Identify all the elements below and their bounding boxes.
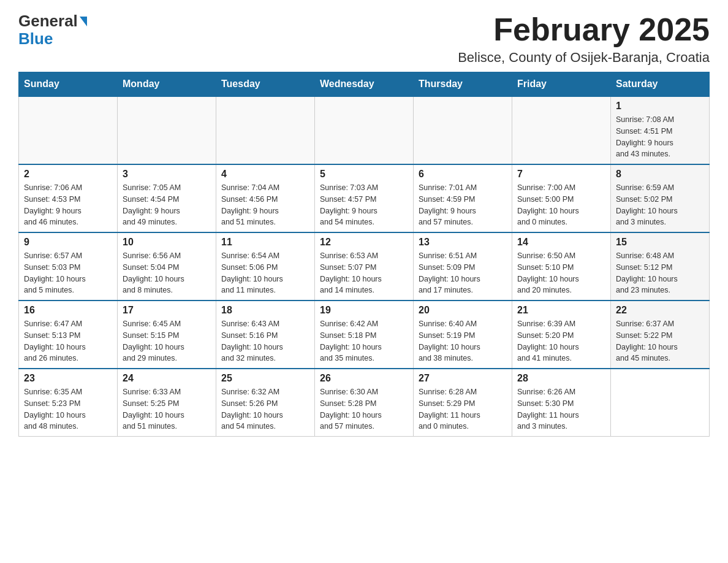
day-info: Sunrise: 6:45 AM Sunset: 5:15 PM Dayligh… [123,318,211,364]
day-info: Sunrise: 7:05 AM Sunset: 4:54 PM Dayligh… [123,182,211,228]
calendar-cell: 11Sunrise: 6:54 AM Sunset: 5:06 PM Dayli… [216,232,315,301]
calendar-cell [118,96,216,164]
day-number: 21 [517,305,605,316]
calendar-cell: 28Sunrise: 6:26 AM Sunset: 5:30 PM Dayli… [512,369,611,437]
calendar-cell: 19Sunrise: 6:42 AM Sunset: 5:18 PM Dayli… [315,301,414,369]
calendar-cell: 17Sunrise: 6:45 AM Sunset: 5:15 PM Dayli… [118,301,216,369]
day-number: 8 [616,169,704,180]
day-info: Sunrise: 6:37 AM Sunset: 5:22 PM Dayligh… [616,318,704,364]
calendar-cell [512,96,611,164]
day-number: 3 [123,169,211,180]
day-info: Sunrise: 6:48 AM Sunset: 5:12 PM Dayligh… [616,250,704,296]
day-number: 13 [419,237,507,248]
calendar-week-3: 9Sunrise: 6:57 AM Sunset: 5:03 PM Daylig… [19,232,710,301]
day-number: 22 [616,305,704,316]
day-info: Sunrise: 7:06 AM Sunset: 4:53 PM Dayligh… [24,182,112,228]
calendar-cell: 20Sunrise: 6:40 AM Sunset: 5:19 PM Dayli… [414,301,512,369]
calendar-cell: 8Sunrise: 6:59 AM Sunset: 5:02 PM Daylig… [611,164,710,232]
day-info: Sunrise: 6:47 AM Sunset: 5:13 PM Dayligh… [24,318,112,364]
day-info: Sunrise: 6:42 AM Sunset: 5:18 PM Dayligh… [320,318,408,364]
day-info: Sunrise: 6:26 AM Sunset: 5:30 PM Dayligh… [517,386,605,432]
day-number: 17 [123,305,211,316]
calendar-cell: 5Sunrise: 7:03 AM Sunset: 4:57 PM Daylig… [315,164,414,232]
day-info: Sunrise: 6:56 AM Sunset: 5:04 PM Dayligh… [123,250,211,296]
day-number: 25 [221,373,309,384]
weekday-header-monday: Monday [118,72,216,97]
day-info: Sunrise: 6:53 AM Sunset: 5:07 PM Dayligh… [320,250,408,296]
day-number: 20 [419,305,507,316]
logo-general-text: General [18,12,78,30]
weekday-header-tuesday: Tuesday [216,72,315,97]
day-info: Sunrise: 6:39 AM Sunset: 5:20 PM Dayligh… [517,318,605,364]
calendar-cell: 22Sunrise: 6:37 AM Sunset: 5:22 PM Dayli… [611,301,710,369]
calendar-cell: 12Sunrise: 6:53 AM Sunset: 5:07 PM Dayli… [315,232,414,301]
calendar-table: SundayMondayTuesdayWednesdayThursdayFrid… [18,72,710,437]
day-number: 6 [419,169,507,180]
weekday-header-thursday: Thursday [414,72,512,97]
day-info: Sunrise: 6:54 AM Sunset: 5:06 PM Dayligh… [221,250,309,296]
day-number: 7 [517,169,605,180]
calendar-cell: 9Sunrise: 6:57 AM Sunset: 5:03 PM Daylig… [19,232,118,301]
weekday-header-wednesday: Wednesday [315,72,414,97]
day-number: 28 [517,373,605,384]
day-number: 19 [320,305,408,316]
day-info: Sunrise: 6:32 AM Sunset: 5:26 PM Dayligh… [221,386,309,432]
calendar-cell: 3Sunrise: 7:05 AM Sunset: 4:54 PM Daylig… [118,164,216,232]
day-number: 9 [24,237,112,248]
logo-line1: General [18,12,87,30]
page-title: February 2025 [458,12,710,47]
day-number: 2 [24,169,112,180]
logo-line2: Blue [18,30,53,48]
calendar-cell: 15Sunrise: 6:48 AM Sunset: 5:12 PM Dayli… [611,232,710,301]
calendar-cell [19,96,118,164]
calendar-cell: 1Sunrise: 7:08 AM Sunset: 4:51 PM Daylig… [611,96,710,164]
day-info: Sunrise: 6:40 AM Sunset: 5:19 PM Dayligh… [419,318,507,364]
day-info: Sunrise: 6:51 AM Sunset: 5:09 PM Dayligh… [419,250,507,296]
page-header: General Blue February 2025 Belisce, Coun… [18,12,710,66]
calendar-cell: 23Sunrise: 6:35 AM Sunset: 5:23 PM Dayli… [19,369,118,437]
calendar-cell: 6Sunrise: 7:01 AM Sunset: 4:59 PM Daylig… [414,164,512,232]
day-number: 16 [24,305,112,316]
day-number: 10 [123,237,211,248]
calendar-cell: 7Sunrise: 7:00 AM Sunset: 5:00 PM Daylig… [512,164,611,232]
calendar-week-5: 23Sunrise: 6:35 AM Sunset: 5:23 PM Dayli… [19,369,710,437]
day-number: 4 [221,169,309,180]
page-subtitle: Belisce, County of Osijek-Baranja, Croat… [458,50,710,66]
calendar-cell: 2Sunrise: 7:06 AM Sunset: 4:53 PM Daylig… [19,164,118,232]
day-info: Sunrise: 7:03 AM Sunset: 4:57 PM Dayligh… [320,182,408,228]
calendar-cell: 4Sunrise: 7:04 AM Sunset: 4:56 PM Daylig… [216,164,315,232]
calendar-cell [611,369,710,437]
weekday-header-friday: Friday [512,72,611,97]
calendar-week-4: 16Sunrise: 6:47 AM Sunset: 5:13 PM Dayli… [19,301,710,369]
day-number: 15 [616,237,704,248]
calendar-cell: 26Sunrise: 6:30 AM Sunset: 5:28 PM Dayli… [315,369,414,437]
day-number: 11 [221,237,309,248]
calendar-cell: 25Sunrise: 6:32 AM Sunset: 5:26 PM Dayli… [216,369,315,437]
calendar-cell: 10Sunrise: 6:56 AM Sunset: 5:04 PM Dayli… [118,232,216,301]
day-info: Sunrise: 7:00 AM Sunset: 5:00 PM Dayligh… [517,182,605,228]
calendar-week-1: 1Sunrise: 7:08 AM Sunset: 4:51 PM Daylig… [19,96,710,164]
calendar-cell [315,96,414,164]
calendar-cell: 18Sunrise: 6:43 AM Sunset: 5:16 PM Dayli… [216,301,315,369]
day-info: Sunrise: 6:59 AM Sunset: 5:02 PM Dayligh… [616,182,704,228]
day-number: 12 [320,237,408,248]
day-info: Sunrise: 6:57 AM Sunset: 5:03 PM Dayligh… [24,250,112,296]
calendar-header-row: SundayMondayTuesdayWednesdayThursdayFrid… [19,72,710,97]
calendar-cell: 13Sunrise: 6:51 AM Sunset: 5:09 PM Dayli… [414,232,512,301]
calendar-week-2: 2Sunrise: 7:06 AM Sunset: 4:53 PM Daylig… [19,164,710,232]
day-number: 26 [320,373,408,384]
day-info: Sunrise: 7:04 AM Sunset: 4:56 PM Dayligh… [221,182,309,228]
calendar-cell: 24Sunrise: 6:33 AM Sunset: 5:25 PM Dayli… [118,369,216,437]
day-number: 23 [24,373,112,384]
calendar-cell: 21Sunrise: 6:39 AM Sunset: 5:20 PM Dayli… [512,301,611,369]
day-info: Sunrise: 6:28 AM Sunset: 5:29 PM Dayligh… [419,386,507,432]
day-info: Sunrise: 6:50 AM Sunset: 5:10 PM Dayligh… [517,250,605,296]
day-info: Sunrise: 7:08 AM Sunset: 4:51 PM Dayligh… [616,114,704,160]
day-number: 5 [320,169,408,180]
calendar-cell [414,96,512,164]
day-info: Sunrise: 6:43 AM Sunset: 5:16 PM Dayligh… [221,318,309,364]
weekday-header-saturday: Saturday [611,72,710,97]
day-number: 14 [517,237,605,248]
day-info: Sunrise: 6:35 AM Sunset: 5:23 PM Dayligh… [24,386,112,432]
day-number: 27 [419,373,507,384]
